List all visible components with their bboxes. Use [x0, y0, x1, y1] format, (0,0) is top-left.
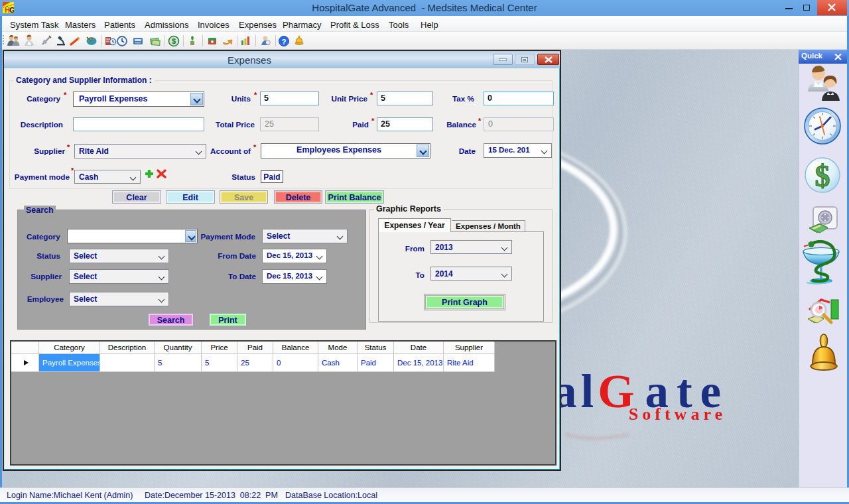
svg-text:$: $ [815, 159, 830, 193]
svg-text:?: ? [281, 38, 286, 46]
svg-text:$: $ [172, 37, 176, 45]
